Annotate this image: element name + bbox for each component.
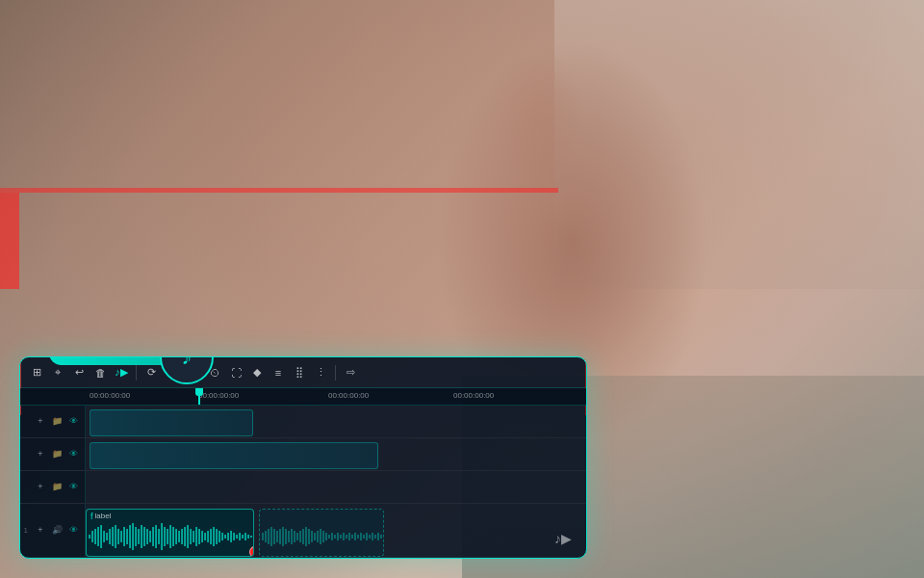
svg-rect-71 (302, 529, 304, 544)
svg-rect-27 (167, 529, 168, 544)
svg-rect-14 (129, 525, 131, 548)
svg-rect-80 (328, 535, 330, 539)
delete-icon[interactable]: 🗑 (91, 364, 109, 381)
svg-rect-84 (340, 535, 342, 539)
ruler-mark-2: 00:00:00:00 (328, 391, 369, 400)
red-glitch-left (0, 193, 19, 289)
svg-rect-33 (184, 527, 186, 546)
svg-rect-98 (380, 535, 382, 539)
track-row-1: + 📁 👁 (20, 406, 586, 438)
video-clip-2[interactable] (90, 442, 378, 469)
track-1-add-icon[interactable]: + (34, 414, 47, 428)
ruler-mark-3: 00:00:00:00 (453, 391, 494, 400)
diamond-icon[interactable]: ◆ (248, 364, 266, 381)
track-3-add-icon[interactable]: + (34, 480, 47, 493)
track-row-2: + 📁 👁 (20, 438, 586, 471)
track-4-eye-icon[interactable]: 👁 (66, 523, 80, 537)
play-back-icon[interactable]: ⟳ (142, 364, 160, 381)
svg-rect-36 (192, 531, 194, 542)
lines-icon[interactable]: ≡ (270, 364, 287, 381)
svg-rect-97 (377, 533, 379, 540)
svg-rect-22 (152, 527, 154, 546)
svg-rect-41 (207, 531, 209, 542)
track-4-mute-icon[interactable]: 🔊 (50, 523, 64, 537)
tracks-area: + 📁 👁 + 📁 👁 (20, 406, 586, 558)
track-row-3: + 📁 👁 (20, 471, 586, 504)
svg-rect-3 (97, 527, 99, 546)
video-clip-1[interactable] (90, 409, 253, 436)
svg-rect-58 (265, 531, 267, 542)
audio-clip-stretch[interactable]: ▷ (259, 509, 384, 557)
svg-rect-23 (155, 525, 157, 548)
track-row-4-audio: 1 + 🔊 👁 f label (20, 504, 586, 558)
svg-rect-61 (273, 529, 275, 544)
svg-rect-11 (120, 531, 122, 542)
grid-icon[interactable]: ⊞ (28, 364, 45, 381)
svg-rect-13 (126, 529, 128, 544)
svg-rect-53 (242, 535, 244, 539)
svg-rect-4 (100, 525, 102, 548)
svg-rect-86 (346, 535, 347, 539)
svg-rect-78 (322, 531, 324, 542)
svg-rect-35 (190, 529, 192, 544)
svg-rect-46 (221, 533, 223, 540)
snap-icon[interactable]: ⌖ (49, 364, 66, 381)
svg-rect-6 (106, 533, 108, 540)
svg-rect-48 (227, 533, 229, 540)
red-glitch-top (0, 188, 558, 193)
svg-rect-65 (285, 529, 287, 544)
svg-rect-1 (91, 531, 93, 542)
time-ruler: 00:00:00:00 00:00:00:00 00:00:00:00 00:0… (20, 388, 586, 406)
svg-rect-83 (337, 533, 339, 540)
equalizer-icon[interactable]: ⣿ (291, 364, 308, 381)
split-v-icon[interactable]: ⋮ (312, 364, 329, 381)
track-2-add-icon[interactable]: + (34, 447, 47, 460)
svg-rect-55 (247, 535, 249, 539)
separator-1 (136, 365, 137, 381)
svg-rect-91 (360, 533, 362, 540)
svg-rect-74 (311, 531, 313, 542)
svg-rect-43 (213, 527, 215, 546)
svg-rect-28 (169, 525, 171, 548)
undo-icon[interactable]: ↩ (70, 364, 88, 381)
track-3-eye-icon[interactable]: 👁 (66, 480, 80, 493)
track-2-eye-icon[interactable]: 👁 (66, 447, 80, 460)
svg-rect-7 (109, 529, 111, 544)
svg-rect-16 (135, 527, 137, 546)
track-4-controls: 1 + 🔊 👁 (20, 504, 86, 557)
export-icon[interactable]: ⇨ (342, 364, 359, 381)
svg-rect-5 (103, 531, 105, 542)
svg-rect-72 (305, 527, 307, 546)
svg-rect-59 (268, 529, 270, 544)
svg-rect-63 (279, 529, 281, 544)
svg-rect-85 (343, 533, 345, 540)
svg-rect-15 (132, 523, 134, 550)
svg-rect-60 (270, 527, 272, 546)
crop-icon[interactable]: ⛶ (227, 364, 244, 381)
svg-rect-51 (236, 535, 238, 539)
track-2-folder-icon[interactable]: 📁 (50, 447, 64, 460)
track-4-add-icon[interactable]: + (34, 523, 47, 537)
separator-2 (335, 365, 336, 381)
track-1-eye-icon[interactable]: 👁 (66, 414, 80, 428)
svg-rect-68 (294, 531, 295, 542)
svg-rect-0 (89, 535, 90, 539)
svg-rect-40 (204, 533, 206, 540)
svg-rect-57 (262, 533, 264, 540)
svg-rect-34 (187, 525, 189, 548)
audio-clip-main[interactable]: f label (86, 509, 254, 557)
svg-rect-87 (348, 533, 350, 540)
audio-clip-name: label (95, 512, 112, 520)
svg-rect-79 (325, 533, 327, 540)
svg-rect-66 (288, 531, 290, 542)
track-1-folder-icon[interactable]: 📁 (50, 414, 64, 428)
ruler-mark-1: 00:00:00:00 (198, 391, 239, 400)
svg-rect-82 (334, 535, 336, 539)
audio-stretch-icon[interactable]: ♪▶ (113, 364, 130, 381)
badge-label: AI Audio Stretch (64, 356, 167, 360)
svg-rect-67 (291, 529, 293, 544)
track-3-folder-icon[interactable]: 📁 (50, 480, 64, 493)
svg-rect-19 (143, 527, 145, 546)
svg-rect-81 (331, 533, 333, 540)
track-1-controls: + 📁 👁 (20, 406, 86, 437)
